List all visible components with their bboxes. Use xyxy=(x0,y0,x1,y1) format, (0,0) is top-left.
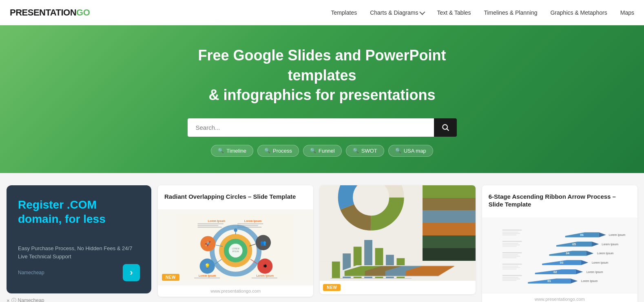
svg-rect-5 xyxy=(197,223,224,224)
card-title-ribbon: 6-Stage Ascending Ribbon Arrow Process –… xyxy=(489,193,631,209)
svg-text:05: 05 xyxy=(572,242,576,246)
swatch-left xyxy=(320,185,422,261)
card-footer-circles: www.presentationgo.com xyxy=(158,285,313,297)
svg-text:Lorem Ipsum: Lorem Ipsum xyxy=(592,261,609,264)
search-bar xyxy=(188,118,457,137)
info-icon[interactable]: ⓘ xyxy=(11,297,16,302)
ad-close-bar: × ⓘ Namecheap xyxy=(7,297,44,302)
new-badge-circles: NEW xyxy=(162,274,179,281)
ad-brand: Namecheap xyxy=(18,270,44,275)
logo-text-suffix: GO xyxy=(76,7,90,18)
search-input[interactable] xyxy=(188,118,434,137)
tag-search-icon-timeline: 🔍 xyxy=(218,148,224,153)
hero-title: Free Google Slides and PowerPoint templa… xyxy=(175,46,469,105)
svg-text:06: 06 xyxy=(580,233,584,237)
nav-item-maps[interactable]: Maps xyxy=(620,9,634,16)
svg-rect-75 xyxy=(502,280,516,281)
tag-search-icon-funnel: 🔍 xyxy=(310,148,316,153)
tag-timeline[interactable]: 🔍 Timeline xyxy=(211,145,253,157)
ribbon-svg: 01 Lorem Ipsum 02 Lorem Ipsum 03 Lorem I… xyxy=(487,222,633,288)
template-preview-circles: Lorem Ipsum Lorem Ipsum LOREM xyxy=(158,209,313,285)
svg-rect-56 xyxy=(502,229,522,231)
hero-section: Free Google Slides and PowerPoint templa… xyxy=(0,25,644,173)
svg-point-0 xyxy=(443,125,447,130)
svg-rect-34 xyxy=(252,278,278,278)
tag-search-icon-process: 🔍 xyxy=(264,148,270,153)
svg-line-1 xyxy=(447,129,449,131)
swatch-grid xyxy=(320,185,475,261)
svg-rect-59 xyxy=(502,234,516,235)
svg-text:Lorem Ipsum: Lorem Ipsum xyxy=(581,280,598,283)
nav-link-templates[interactable]: Templates xyxy=(331,9,357,16)
nav-link-charts[interactable]: Charts & Diagrams xyxy=(370,9,424,16)
svg-rect-71 xyxy=(502,269,516,269)
nav-item-graphics[interactable]: Graphics & Metaphors xyxy=(550,9,607,16)
nav-link-timelines[interactable]: Timelines & Planning xyxy=(484,9,537,16)
swatch-5 xyxy=(423,235,476,248)
svg-rect-72 xyxy=(502,275,522,276)
tag-swot[interactable]: 🔍 SWOT xyxy=(346,145,384,157)
svg-point-17 xyxy=(234,229,237,232)
svg-rect-69 xyxy=(502,266,518,266)
svg-text:Lorem Ipsum: Lorem Ipsum xyxy=(609,233,625,237)
ad-subtitle: Easy Purchase Process, No Hidden Fees & … xyxy=(18,244,140,261)
cards-row: Register .COM domain, for less Easy Purc… xyxy=(7,185,637,302)
ad-cta-button[interactable]: › xyxy=(123,264,140,281)
search-icon xyxy=(441,123,449,131)
svg-text:Lorem Ipsum: Lorem Ipsum xyxy=(597,252,614,255)
swatch-4 xyxy=(423,223,476,235)
template-card-circles[interactable]: Radiant Overlapping Circles – Slide Temp… xyxy=(158,185,313,297)
card-footer-ribbon: www.presentationgo.com xyxy=(482,293,637,302)
svg-rect-67 xyxy=(502,257,516,258)
template-card-inner-ribbon: 6-Stage Ascending Ribbon Arrow Process –… xyxy=(482,185,637,218)
swatch-3 xyxy=(423,210,476,223)
nav-item-timelines[interactable]: Timelines & Planning xyxy=(484,9,537,16)
nav-item-templates[interactable]: Templates xyxy=(331,9,357,16)
search-button[interactable] xyxy=(434,118,457,137)
svg-text:IPSUM: IPSUM xyxy=(232,250,239,253)
tag-usa-map[interactable]: 🔍 USA map xyxy=(388,145,433,157)
ad-card: Register .COM domain, for less Easy Purc… xyxy=(7,185,151,293)
card-title-circles: Radiant Overlapping Circles – Slide Temp… xyxy=(164,193,307,201)
logo[interactable]: PRESENTATIONGO xyxy=(10,7,90,18)
template-card-inner-circles: Radiant Overlapping Circles – Slide Temp… xyxy=(158,185,313,210)
svg-rect-63 xyxy=(502,246,516,246)
nav-link-graphics[interactable]: Graphics & Metaphors xyxy=(550,9,607,16)
tag-process[interactable]: 🔍 Process xyxy=(257,145,299,157)
nav-link-maps[interactable]: Maps xyxy=(620,9,634,16)
swatch-right xyxy=(423,185,476,261)
svg-text:04: 04 xyxy=(566,251,569,255)
close-icon[interactable]: × xyxy=(7,298,10,302)
svg-rect-8 xyxy=(237,223,263,224)
logo-text-prefix: PRESENTATION xyxy=(10,7,76,18)
svg-rect-7 xyxy=(197,227,221,228)
nav-item-text-tables[interactable]: Text & Tables xyxy=(437,9,471,16)
tag-search-icon-swot: 🔍 xyxy=(353,148,359,153)
nav-link-text-tables[interactable]: Text & Tables xyxy=(437,9,471,16)
svg-text:👥: 👥 xyxy=(260,240,266,246)
svg-rect-66 xyxy=(502,256,520,257)
ad-title: Register .COM domain, for less xyxy=(18,198,140,226)
svg-rect-74 xyxy=(502,278,520,279)
arrows-svg xyxy=(324,265,471,277)
svg-rect-58 xyxy=(502,233,520,234)
svg-text:Lorem Ipsum: Lorem Ipsum xyxy=(199,274,216,278)
svg-rect-33 xyxy=(194,278,220,278)
svg-point-40 xyxy=(356,185,386,213)
svg-text:💡: 💡 xyxy=(204,264,210,269)
chevron-down-icon xyxy=(420,9,425,15)
svg-text:01: 01 xyxy=(547,279,551,283)
svg-rect-60 xyxy=(502,241,522,242)
svg-rect-6 xyxy=(197,225,218,226)
template-card-ribbon[interactable]: 6-Stage Ascending Ribbon Arrow Process –… xyxy=(482,185,637,302)
new-badge-colors: NEW xyxy=(323,284,341,291)
template-card-colors[interactable]: NEW xyxy=(320,185,475,294)
nav-item-charts[interactable]: Charts & Diagrams xyxy=(370,9,424,16)
swatch-1 xyxy=(423,185,476,198)
svg-rect-57 xyxy=(502,231,518,232)
svg-rect-68 xyxy=(502,264,522,265)
svg-text:Lorem Ipsum: Lorem Ipsum xyxy=(586,270,603,273)
tag-funnel[interactable]: 🔍 Funnel xyxy=(303,145,342,157)
svg-text:03: 03 xyxy=(560,261,563,264)
svg-text:LOREM: LOREM xyxy=(232,248,239,250)
